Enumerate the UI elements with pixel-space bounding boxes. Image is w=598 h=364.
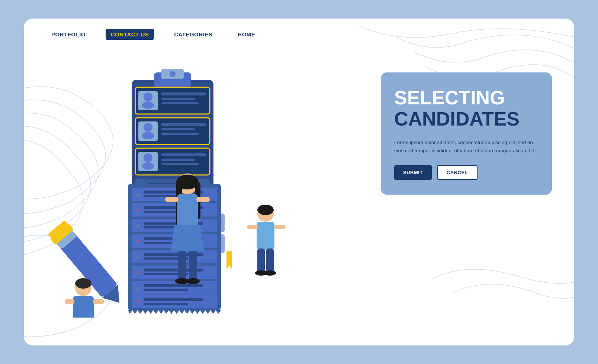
svg-rect-88 <box>189 251 197 280</box>
info-card-title: SELECTING CANDIDATES <box>394 87 538 130</box>
svg-point-7 <box>142 101 154 109</box>
info-card: SELECTING CANDIDATES Lorem ipsum dolor s… <box>381 72 552 195</box>
svg-rect-93 <box>257 222 274 250</box>
svg-rect-96 <box>257 248 265 273</box>
svg-rect-60 <box>132 295 217 308</box>
main-content: ✕ ✓ <box>24 50 574 340</box>
svg-rect-85 <box>165 197 179 202</box>
svg-rect-58 <box>144 284 203 287</box>
svg-point-99 <box>264 270 276 276</box>
svg-text:✓: ✓ <box>136 192 141 198</box>
svg-rect-78 <box>93 299 104 304</box>
svg-rect-16 <box>161 128 195 130</box>
svg-rect-23 <box>161 159 195 161</box>
svg-rect-52 <box>132 266 217 279</box>
svg-rect-56 <box>132 281 217 295</box>
nav-portfolio[interactable]: PORTFOLIO <box>46 29 91 40</box>
svg-rect-97 <box>266 248 274 273</box>
illustration: ✕ ✓ <box>46 50 299 318</box>
svg-rect-59 <box>144 289 188 291</box>
svg-rect-77 <box>65 299 74 304</box>
svg-rect-9 <box>161 98 195 100</box>
svg-marker-84 <box>171 225 204 251</box>
info-card-description: Lorem ipsum dolor sit amet, consectetur … <box>394 139 538 155</box>
svg-point-14 <box>142 132 154 139</box>
svg-rect-95 <box>274 225 286 229</box>
svg-rect-17 <box>161 133 199 135</box>
svg-point-92 <box>257 205 274 215</box>
svg-text:✕: ✕ <box>136 238 141 244</box>
svg-rect-10 <box>161 102 199 104</box>
svg-text:✓: ✓ <box>136 285 141 291</box>
cancel-button[interactable]: CANCEL <box>437 165 478 180</box>
svg-point-20 <box>144 153 152 162</box>
svg-rect-94 <box>247 225 258 229</box>
svg-point-13 <box>144 123 152 132</box>
svg-rect-86 <box>196 197 210 202</box>
svg-point-3 <box>170 71 176 77</box>
svg-rect-24 <box>161 163 199 165</box>
svg-rect-72 <box>73 296 94 318</box>
navbar: PORTFOLIO CONTACT US CATEGORIES HOME <box>24 19 574 50</box>
submit-button[interactable]: SUBMIT <box>394 165 432 180</box>
svg-rect-62 <box>144 298 203 301</box>
svg-text:✕: ✕ <box>136 207 141 213</box>
button-row: SUBMIT CANCEL <box>394 165 538 180</box>
nav-contact-us[interactable]: CONTACT US <box>106 29 154 40</box>
svg-text:✓: ✓ <box>136 254 141 260</box>
title-line1: SELECTING <box>394 87 538 108</box>
svg-text:✓: ✓ <box>136 223 141 229</box>
nav-home[interactable]: HOME <box>232 29 260 40</box>
svg-point-21 <box>142 162 154 170</box>
svg-rect-83 <box>177 194 198 228</box>
svg-rect-36 <box>132 203 217 217</box>
svg-point-71 <box>75 278 91 289</box>
svg-rect-15 <box>161 123 206 126</box>
svg-rect-22 <box>161 153 206 156</box>
svg-marker-64 <box>226 251 232 269</box>
nav-categories[interactable]: CATEGORIES <box>169 29 218 40</box>
right-panel: SELECTING CANDIDATES Lorem ipsum dolor s… <box>381 72 552 195</box>
svg-point-6 <box>144 92 152 101</box>
svg-rect-8 <box>161 92 206 95</box>
title-line2: CANDIDATES <box>394 108 538 130</box>
svg-rect-87 <box>178 251 186 280</box>
svg-text:✕: ✕ <box>136 299 141 305</box>
svg-text:✕: ✕ <box>136 270 141 276</box>
svg-rect-48 <box>132 250 217 263</box>
svg-point-90 <box>186 278 200 284</box>
main-card: PORTFOLIO CONTACT US CATEGORIES HOME <box>24 19 574 345</box>
svg-rect-63 <box>144 303 188 305</box>
